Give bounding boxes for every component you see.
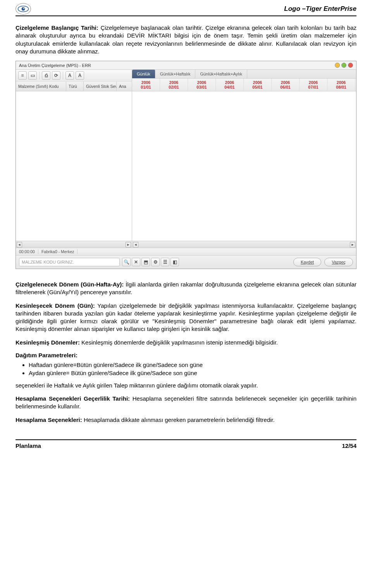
bottom-bar: MALZEME KODU GIRINIZ. 🔍 ✕ ⬒ ⚙ ☰ ◧ Kaydet… [16,255,356,269]
paragraph-distribution-note: seçenekleri ile Haftalık ve Aylık girile… [16,382,356,389]
toolbar-btn-refresh-icon[interactable]: ⟳ [52,71,60,80]
left-hscroll[interactable]: ◄ ► [16,241,132,248]
distribution-list: Haftadan günlere=Bütün günlere/Sadece il… [29,362,356,376]
status-time: 00:00:00 [19,249,38,254]
left-column-headers: Malzeme (Sınıfı) Kodu Türü Güvenli Stok … [16,82,132,91]
date-col-1[interactable]: 200601/01 [132,79,160,91]
right-pane: Günlük Günlük+Haftalık Günlük+Haftalık+A… [132,70,356,248]
toolbar-sep [63,72,63,79]
search-input[interactable]: MALZEME KODU GIRINIZ. [19,258,120,266]
cancel-button[interactable]: Vazgeç [324,258,353,266]
app-window: Ana Üretim Çizelgeleme (MPS) - ERR ≡ ▭ ⎙… [16,61,356,269]
text-calc-options: Hesaplamada dikkate alınması gereken par… [82,417,275,423]
col-safety-stock[interactable]: Güvenli Stok Seviyesi (a) [84,82,117,91]
text-frozen: Kesinleşmiş dönemlerde değişiklik yapılm… [80,339,278,346]
right-hscroll[interactable]: ◄ ► [132,241,356,248]
date-col-5[interactable]: 200605/01 [244,79,272,91]
logo-eye-icon [16,3,31,15]
scroll-right-icon[interactable]: ► [350,242,355,247]
paragraph-frozen-periods: Kesinleşmiş Dönemler: Kesinleşmiş döneml… [16,339,356,346]
label-calc-options: Hesaplama Seçenekleri: [16,417,82,423]
svg-point-1 [22,7,25,11]
minimize-icon[interactable] [335,63,340,68]
scroll-right-icon[interactable]: ► [126,242,131,247]
heading-distribution: Dağıtım Parametreleri: [16,352,356,358]
col-ana[interactable]: Ana [117,82,131,91]
page-header: Logo –Tiger EnterPrise [16,0,356,16]
left-toolbar: ≡ ▭ ⎙ ⟳ A A [16,70,132,82]
toolbar-sep [39,72,40,79]
save-button[interactable]: Kaydet [293,258,321,266]
col-material-code[interactable]: Malzeme (Sınıfı) Kodu [16,82,66,91]
page-footer: Planlama 12/54 [16,439,356,449]
status-bar: 00:00:00 Fabrika0 - Merkez [16,248,356,255]
paragraph-period: Çizelgelenecek Dönem (Gün-Hafta-Ay): İlg… [16,281,356,297]
paragraph-calc-options: Hesaplama Seçenekleri: Hesaplamada dikka… [16,416,356,424]
date-col-2[interactable]: 200602/01 [160,79,188,91]
tab-daily[interactable]: Günlük [132,70,155,78]
left-pane: ≡ ▭ ⎙ ⟳ A A Malzeme (Sınıfı) Kodu Türü G… [16,70,132,248]
col-type[interactable]: Türü [66,82,84,91]
date-col-4[interactable]: 200604/01 [216,79,244,91]
scroll-left-icon[interactable]: ◄ [133,242,138,247]
status-location: Fabrika0 - Merkez [41,249,78,254]
tool1-icon[interactable]: ⬒ [141,258,150,266]
date-col-7[interactable]: 200607/01 [300,79,327,91]
toolbar-btn-doc-icon[interactable]: ▭ [28,71,37,80]
lookup-icon[interactable]: 🔍 [122,258,131,266]
svg-point-2 [23,8,24,9]
date-col-6[interactable]: 200606/01 [272,79,300,91]
footer-left: Planlama [16,442,41,449]
brand-title: Logo –Tiger EnterPrise [284,5,356,13]
tab-daily-weekly-monthly[interactable]: Günlük+Haftalık+Aylık [195,70,247,78]
date-col-8[interactable]: 200608/01 [327,79,355,91]
date-col-3[interactable]: 200603/01 [188,79,216,91]
label-frozen: Kesinleşmiş Dönemler: [16,339,80,346]
date-headers: 200601/01 200602/01 200603/01 200604/01 … [132,79,356,91]
clear-icon[interactable]: ✕ [132,258,140,266]
label-start-date: Çizelgeleme Başlangıç Tarihi: [16,24,98,31]
toolbar-btn-font-a-icon[interactable]: A [65,71,74,80]
close-icon[interactable] [348,63,353,68]
scroll-left-icon[interactable]: ◄ [17,242,22,247]
tool4-icon[interactable]: ◧ [170,258,179,266]
window-controls [335,63,353,68]
label-period: Çizelgelenecek Dönem (Gün-Hafta-Ay): [16,281,124,288]
footer-page-number: 12/54 [342,442,356,449]
tool2-icon[interactable]: ⚙ [151,258,160,266]
list-item: Aydan günlere= Bütün günlere/Sadece ilk … [29,370,356,376]
tool3-icon[interactable]: ☰ [161,258,169,266]
toolbar-btn-font-a2-icon[interactable]: A [76,71,84,80]
right-data-area[interactable] [132,91,356,241]
bottom-small-buttons: 🔍 ✕ ⬒ ⚙ ☰ ◧ [122,258,179,266]
maximize-icon[interactable] [341,63,346,68]
tab-daily-weekly[interactable]: Günlük+Haftalık [155,70,196,78]
list-item: Haftadan günlere=Bütün günlere/Sadece il… [29,362,356,368]
label-calc-validity: Hesaplama Seçenekleri Geçerlilik Tarihi: [16,395,130,402]
titlebar: Ana Üretim Çizelgeleme (MPS) - ERR [16,61,356,70]
toolbar-btn-list-icon[interactable]: ≡ [18,71,27,80]
search-placeholder: MALZEME KODU GIRINIZ. [22,260,74,264]
window-title: Ana Üretim Çizelgeleme (MPS) - ERR [19,63,91,68]
paragraph-start-date: Çizelgeleme Başlangıç Tarihi: Çizelgelem… [16,24,356,55]
period-tabs: Günlük Günlük+Haftalık Günlük+Haftalık+A… [132,70,356,79]
action-buttons: Kaydet Vazgeç [293,258,353,266]
paragraph-calc-validity: Hesaplama Seçenekleri Geçerlilik Tarihi:… [16,395,356,411]
left-data-area[interactable] [16,91,132,241]
toolbar-btn-print-icon[interactable]: ⎙ [42,71,50,80]
paragraph-freeze-period: Kesinleşecek Dönem (Gün): Yapılan çizelg… [16,302,356,333]
label-freeze: Kesinleşecek Dönem (Gün): [16,302,95,309]
